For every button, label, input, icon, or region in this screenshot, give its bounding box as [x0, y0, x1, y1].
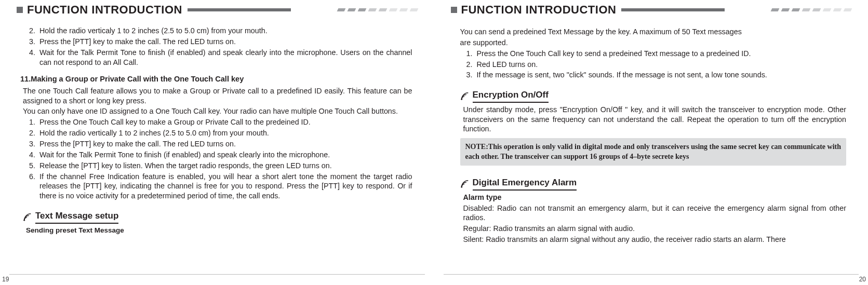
section-encryption: Encryption On/Off: [460, 89, 847, 102]
header-stripes-icon: [742, 8, 851, 11]
note-block: NOTE:This operation is only valid in dig…: [460, 138, 847, 166]
signal-icon: [23, 212, 32, 222]
alarm-type-label: Alarm type: [463, 193, 847, 202]
svg-point-2: [461, 186, 462, 188]
paragraph: You can only have one ID assigned to a O…: [23, 106, 412, 116]
list-item: If the channel Free Indication feature i…: [37, 172, 412, 201]
section-subsubhead: Sending preset Text Message: [26, 226, 412, 235]
paragraph: Regular: Radio transmits an alarm signal…: [463, 224, 847, 234]
signal-icon: [460, 91, 470, 101]
header-rule: [621, 8, 851, 11]
left-body: Hold the radio verticaly 1 to 2 inches (…: [17, 18, 418, 235]
section-subhead: Text Message setup: [35, 210, 118, 223]
header-square-icon: [451, 7, 457, 13]
section-11: 11.Making a Group or Private Call with t…: [23, 74, 412, 201]
list-item: Release the [PTT] key to listen. When th…: [37, 161, 412, 171]
paragraph: You can send a predeined Text Message by…: [460, 27, 847, 37]
section-subhead: Digital Emergency Alarm: [473, 177, 577, 190]
list-item: If the message is sent, two "click" soun…: [475, 70, 847, 80]
signal-icon: [460, 179, 470, 188]
footer-rule: [9, 274, 425, 275]
svg-point-0: [23, 220, 25, 221]
paragraph: are supported.: [460, 38, 847, 48]
footer-rule: [444, 274, 859, 275]
list-item: Hold the radio vertically 1 to 2 inches …: [37, 128, 412, 138]
page-spread: FUNCTION INTRODUCTION Hold the radio ver…: [0, 0, 868, 285]
paragraph: Under standby mode, press "Encryption On…: [463, 105, 847, 134]
list-item: Press the [PTT] key to make the call. Th…: [37, 139, 412, 149]
list-item: Wait for the Talk Permit Tone to finish …: [37, 150, 412, 160]
page-number: 20: [859, 276, 866, 283]
list-item: Red LED turns on.: [475, 60, 847, 70]
list-b: Press the One Touch Call key to make a G…: [37, 117, 412, 201]
list-a: Hold the radio verticaly 1 to 2 inches (…: [37, 26, 412, 67]
page-title: FUNCTION INTRODUCTION: [461, 3, 617, 17]
page-number: 19: [2, 276, 9, 283]
svg-point-1: [461, 99, 462, 100]
paragraph: The one Touch Call feature allows you to…: [23, 86, 412, 106]
list-item: Press the One Touch Call key to send a p…: [475, 49, 847, 59]
list-c: Press the One Touch Call key to send a p…: [475, 49, 847, 80]
paragraph: Disabled: Radio can not transmit an emer…: [463, 203, 847, 223]
right-body: You can send a predeined Text Message by…: [451, 18, 852, 245]
page-header: FUNCTION INTRODUCTION: [17, 2, 418, 18]
list-item: Press the One Touch Call key to make a G…: [37, 117, 412, 127]
header-stripes-icon: [309, 8, 418, 11]
page-title: FUNCTION INTRODUCTION: [27, 3, 182, 17]
left-page: FUNCTION INTRODUCTION Hold the radio ver…: [0, 0, 434, 285]
section-subhead: Encryption On/Off: [473, 89, 549, 102]
header-square-icon: [17, 7, 23, 13]
section-alarm: Digital Emergency Alarm: [460, 177, 847, 190]
right-page: FUNCTION INTRODUCTION You can send a pre…: [434, 0, 869, 285]
section-text-message: Text Message setup: [23, 210, 412, 223]
list-item: Wait for the Talk Permit Tone to finish …: [37, 48, 412, 67]
page-header: FUNCTION INTRODUCTION: [451, 2, 852, 18]
header-rule: [188, 8, 418, 11]
list-item: Press the [PTT] key to make the call. Th…: [37, 37, 412, 47]
section-title: 11.Making a Group or Private Call with t…: [20, 74, 412, 84]
list-item: Hold the radio verticaly 1 to 2 inches (…: [37, 26, 412, 36]
paragraph: Silent: Radio transmits an alarm signal …: [463, 235, 847, 245]
